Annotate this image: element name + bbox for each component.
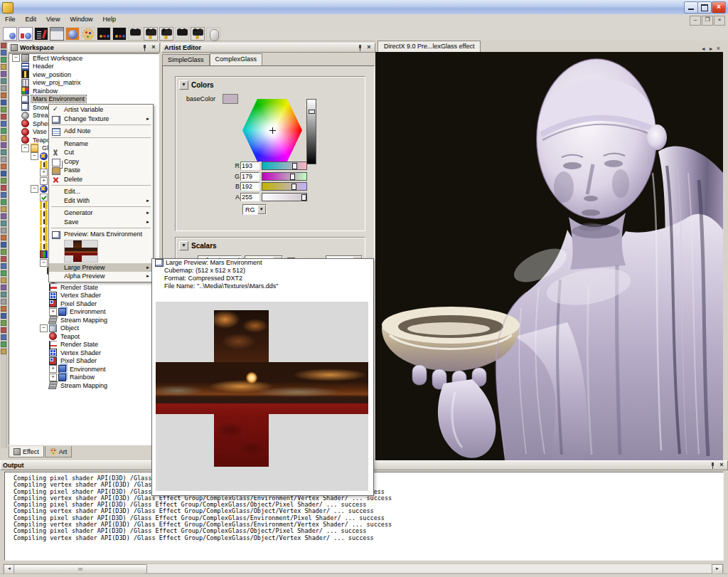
- tree-item-environment[interactable]: +Environment: [9, 365, 159, 374]
- menu-item-generator[interactable]: Generator►: [49, 208, 153, 218]
- menu-item-edit-with[interactable]: Edit With►: [49, 196, 153, 206]
- tree-item-pixel-shader[interactable]: Pixel Shader: [9, 357, 159, 366]
- slider-handle[interactable]: [301, 194, 306, 201]
- tree-item-view-position[interactable]: view_position: [9, 70, 159, 79]
- scroll-right-icon[interactable]: ►: [712, 564, 723, 574]
- scrollbar-thumb[interactable]: [14, 564, 147, 574]
- dock-strip-icon[interactable]: [1, 64, 6, 70]
- dock-strip-icon[interactable]: [1, 164, 6, 169]
- tab-art[interactable]: Art: [45, 446, 73, 457]
- dock-strip-icon[interactable]: [1, 114, 6, 120]
- expand-icon[interactable]: +: [40, 169, 48, 176]
- tree-item-render-state[interactable]: Render State: [9, 341, 159, 349]
- menu-item-alpha-preview[interactable]: Alpha Preview►: [49, 272, 153, 281]
- channel-slider[interactable]: [262, 162, 307, 170]
- collapse-icon[interactable]: −: [40, 259, 48, 267]
- menu-item-large-preview[interactable]: Large Preview►: [49, 263, 153, 272]
- channel-value-field[interactable]: 193: [240, 162, 259, 170]
- slider-handle[interactable]: [290, 174, 295, 180]
- channel-value-field[interactable]: 179: [240, 172, 259, 181]
- tree-item-mars-environment[interactable]: Mars Environment: [9, 95, 159, 104]
- menu-help[interactable]: Help: [97, 14, 121, 26]
- next-doc-icon[interactable]: ►: [709, 46, 714, 51]
- dock-strip-icon[interactable]: [1, 157, 6, 162]
- tree-item-rainbow[interactable]: Rainbow: [9, 87, 159, 95]
- directx-render-viewport[interactable]: [375, 52, 723, 460]
- dock-strip-icon[interactable]: [1, 107, 6, 112]
- dock-strip-icon[interactable]: [1, 192, 6, 198]
- dock-strip-icon[interactable]: [1, 185, 6, 191]
- dock-strip-icon[interactable]: [1, 100, 6, 105]
- dock-strip-icon[interactable]: [1, 50, 6, 55]
- menu-edit[interactable]: Edit: [21, 14, 42, 26]
- minimize-button[interactable]: [684, 1, 698, 14]
- channel-value-field[interactable]: 255: [240, 193, 259, 201]
- camera-1-icon[interactable]: [128, 27, 142, 41]
- camera-2-icon[interactable]: [175, 27, 189, 41]
- dock-strip-icon[interactable]: [1, 71, 6, 77]
- shader-editor-icon[interactable]: [34, 27, 48, 41]
- tree-item-pixel-shader[interactable]: Pixel Shader: [9, 300, 159, 308]
- dock-strip-icon[interactable]: [1, 213, 6, 219]
- close-icon[interactable]: ×: [365, 44, 373, 51]
- dock-strip-icon[interactable]: [1, 85, 6, 91]
- close-doc-icon[interactable]: ×: [717, 45, 720, 52]
- menu-file[interactable]: File: [0, 14, 21, 26]
- close-icon[interactable]: ×: [718, 462, 725, 469]
- slider-handle[interactable]: [292, 163, 297, 169]
- scalars-collapse-toggle[interactable]: ▼: [179, 241, 188, 250]
- horizontal-scrollbar[interactable]: ◄ ►: [3, 563, 724, 573]
- tree-item-render-state[interactable]: Render State: [9, 283, 159, 292]
- dock-strip-icon[interactable]: [1, 228, 6, 233]
- dock-strip-icon[interactable]: [1, 285, 6, 290]
- tree-item-vertex-shader[interactable]: Vertex Shader: [9, 292, 159, 300]
- dock-strip-icon[interactable]: [1, 235, 6, 240]
- mdi-minimize-button[interactable]: –: [690, 16, 701, 26]
- dock-strip-icon[interactable]: [1, 320, 6, 326]
- dock-strip-icon[interactable]: [1, 313, 6, 319]
- camera-artist-3-icon[interactable]: [191, 27, 205, 41]
- dock-strip-icon[interactable]: [1, 135, 6, 141]
- pin-icon[interactable]: [356, 44, 363, 51]
- tab-simpleglass[interactable]: SimpleGlass: [162, 54, 210, 66]
- collapse-icon[interactable]: −: [31, 152, 38, 160]
- dock-strip-icon[interactable]: [1, 256, 6, 262]
- dock-strip-icon[interactable]: [1, 306, 6, 312]
- collapse-icon[interactable]: −: [31, 185, 38, 193]
- maximize-button[interactable]: [697, 1, 712, 14]
- menu-item-edit[interactable]: Edit...: [49, 187, 153, 196]
- dock-strip-icon[interactable]: [1, 43, 6, 48]
- collapse-icon[interactable]: −: [21, 144, 29, 152]
- expand-icon[interactable]: +: [49, 365, 57, 373]
- dock-strip-icon[interactable]: [1, 263, 6, 269]
- menu-item-artist-variable[interactable]: ✓Artist Variable: [49, 105, 153, 115]
- menu-item-cut[interactable]: Cut: [49, 148, 153, 157]
- expand-icon[interactable]: +: [49, 374, 57, 381]
- tree-item-view-proj-matrix[interactable]: view_proj_matrix: [9, 79, 159, 88]
- tab-directx-preview[interactable]: DirectX 9.0 Pre...lexGlass effect: [378, 41, 481, 52]
- value-slider-handle[interactable]: [309, 110, 315, 114]
- color-mode-dropdown[interactable]: RG ▼: [242, 204, 267, 215]
- pin-icon[interactable]: [141, 44, 148, 51]
- menu-view[interactable]: View: [41, 14, 65, 26]
- tree-item-teapot[interactable]: Teapot: [9, 332, 159, 341]
- dock-strip-icon[interactable]: [1, 142, 6, 148]
- menu-item-add-note[interactable]: Add Note: [49, 127, 153, 136]
- dock-strip-icon[interactable]: [1, 221, 6, 226]
- close-icon[interactable]: ×: [150, 44, 157, 51]
- menu-item-delete[interactable]: Delete: [49, 175, 153, 184]
- dock-strip-icon[interactable]: [1, 249, 6, 255]
- dock-strip-icon[interactable]: [1, 342, 6, 347]
- value-slider[interactable]: [306, 99, 316, 164]
- render-window-icon[interactable]: [50, 27, 64, 41]
- channel-slider[interactable]: [262, 193, 307, 201]
- dock-strip-icon[interactable]: [1, 128, 6, 134]
- new-effect-icon[interactable]: [3, 27, 17, 41]
- camera-artist-1-icon[interactable]: [144, 27, 158, 41]
- dark-material-2-icon[interactable]: [112, 27, 127, 41]
- dock-strip-icon[interactable]: [1, 270, 6, 276]
- dock-strip-icon[interactable]: [1, 149, 6, 155]
- menu-item-rename[interactable]: Rename: [49, 139, 153, 149]
- tree-item-stream-mapping[interactable]: Stream Mapping: [9, 316, 159, 324]
- collapse-icon[interactable]: −: [40, 324, 48, 332]
